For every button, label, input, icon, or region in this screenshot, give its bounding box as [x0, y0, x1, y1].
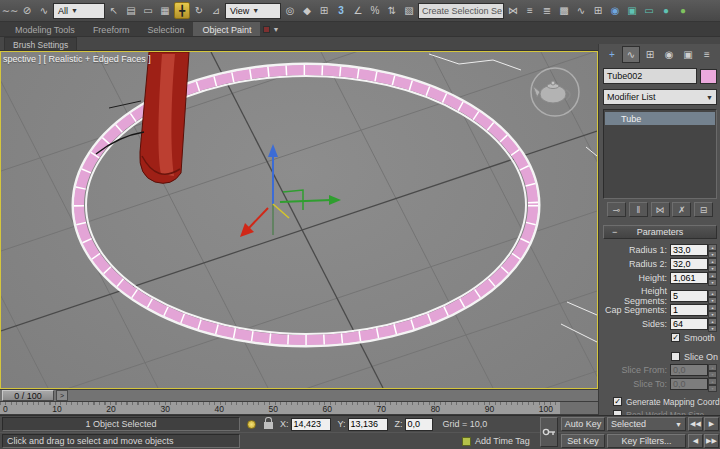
- select-and-rotate-icon[interactable]: ↻: [191, 2, 207, 19]
- utilities-tab-icon[interactable]: ≡: [698, 46, 716, 63]
- material-editor-icon[interactable]: ◉: [607, 2, 623, 19]
- height-field[interactable]: 1,061: [670, 272, 708, 284]
- create-tab-icon[interactable]: +: [603, 46, 621, 63]
- cap-segments-spinner[interactable]: ▴▾: [708, 304, 717, 316]
- cap-segments-field[interactable]: 1: [670, 304, 708, 316]
- select-and-manipulate-icon[interactable]: ◆: [299, 2, 315, 19]
- teapot-object[interactable]: [531, 68, 579, 116]
- render-production-icon[interactable]: ●: [658, 2, 674, 19]
- selection-status: 1 Object Selected: [2, 417, 240, 431]
- curve-editor-icon[interactable]: ∿: [573, 2, 589, 19]
- key-filters-button[interactable]: Key Filters...: [607, 434, 686, 448]
- parameters-rollout-header[interactable]: − Parameters: [603, 225, 717, 239]
- chevron-down-icon: ▼: [675, 421, 682, 428]
- show-end-result-icon[interactable]: ‖: [629, 202, 648, 217]
- sides-field[interactable]: 64: [670, 318, 708, 330]
- modify-tab-icon[interactable]: ∿: [622, 46, 640, 63]
- y-coordinate-field[interactable]: 13,136: [348, 418, 388, 431]
- slice-from-field: 0,0: [670, 364, 708, 376]
- add-time-tag[interactable]: Add Time Tag: [475, 436, 530, 446]
- snap-toggle-3d-icon[interactable]: 3: [333, 2, 349, 19]
- schematic-view-icon[interactable]: ⊞: [590, 2, 606, 19]
- object-name-field[interactable]: Tube002: [603, 68, 697, 84]
- select-object-icon[interactable]: ↖: [106, 2, 122, 19]
- rendered-frame-window-icon[interactable]: ▭: [641, 2, 657, 19]
- use-pivot-center-icon[interactable]: ◎: [282, 2, 298, 19]
- auto-key-button[interactable]: Auto Key: [561, 417, 605, 431]
- select-and-link-icon[interactable]: ∼∼: [2, 2, 18, 19]
- render-setup-icon[interactable]: ▣: [624, 2, 640, 19]
- hierarchy-tab-icon[interactable]: ⊞: [641, 46, 659, 63]
- time-slider-handle[interactable]: 0 / 100: [2, 390, 54, 401]
- rectangular-region-icon[interactable]: ▭: [140, 2, 156, 19]
- set-keys-button[interactable]: [540, 417, 558, 447]
- radius2-row: Radius 2: 32,0 ▴▾: [603, 257, 717, 271]
- tab-object-paint[interactable]: Object Paint: [193, 22, 260, 36]
- sides-spinner[interactable]: ▴▾: [708, 318, 717, 330]
- track-bar[interactable]: 010 2030 4050 6070 8090 100: [0, 402, 560, 415]
- height-segments-field[interactable]: 5: [670, 290, 708, 302]
- radius1-spinner[interactable]: ▴▾: [708, 244, 717, 256]
- x-coordinate-field[interactable]: 14,423: [291, 418, 331, 431]
- play-button[interactable]: ▶: [704, 417, 719, 431]
- select-and-move-icon[interactable]: ╋: [174, 2, 190, 19]
- tab-modeling-tools[interactable]: Modeling Tools: [6, 22, 84, 36]
- pin-stack-icon[interactable]: ⊸: [607, 202, 626, 217]
- viewport-label[interactable]: spective ] [ Realistic + Edged Faces ]: [3, 54, 151, 64]
- perspective-viewport[interactable]: spective ] [ Realistic + Edged Faces ]: [0, 51, 598, 389]
- select-by-name-icon[interactable]: ▤: [123, 2, 139, 19]
- window-crossing-icon[interactable]: ▦: [157, 2, 173, 19]
- ribbon-minimize-button[interactable]: ▼: [260, 22, 282, 36]
- display-tab-icon[interactable]: ▣: [679, 46, 697, 63]
- tube-ring-object[interactable]: [73, 64, 539, 346]
- reference-coordinate-dropdown[interactable]: View ▼: [225, 3, 281, 19]
- tab-selection[interactable]: Selection: [138, 22, 193, 36]
- isolate-selection-icon[interactable]: [247, 420, 256, 429]
- go-to-end-button[interactable]: ▶▶: [704, 434, 719, 448]
- z-coordinate-field[interactable]: 0,0: [405, 418, 433, 431]
- named-selection-set-input[interactable]: Create Selection Se: [418, 3, 504, 19]
- slice-on-checkbox[interactable]: [671, 352, 680, 361]
- layer-manager-icon[interactable]: ≣: [539, 2, 555, 19]
- edit-named-selections-icon[interactable]: ▧: [401, 2, 417, 19]
- time-slider-track[interactable]: 0 / 100 >: [0, 389, 598, 402]
- angle-snap-icon[interactable]: ∠: [350, 2, 366, 19]
- chevron-down-icon: ▼: [252, 7, 259, 14]
- select-and-scale-icon[interactable]: ⊿: [208, 2, 224, 19]
- radius2-spinner[interactable]: ▴▾: [708, 258, 717, 270]
- modifier-stack[interactable]: Tube: [603, 109, 717, 199]
- tab-brush-settings[interactable]: Brush Settings: [4, 37, 77, 50]
- next-frame-button[interactable]: >: [56, 390, 68, 401]
- tab-freeform[interactable]: Freeform: [84, 22, 139, 36]
- remove-modifier-icon[interactable]: ✗: [672, 202, 691, 217]
- make-unique-icon[interactable]: ⋈: [651, 202, 670, 217]
- previous-frame-button[interactable]: ◀: [688, 434, 703, 448]
- configure-modifier-sets-icon[interactable]: ⊟: [694, 202, 713, 217]
- percent-snap-icon[interactable]: %: [367, 2, 383, 19]
- red-tube-object[interactable]: [140, 52, 189, 183]
- selection-filter-dropdown[interactable]: All ▼: [53, 3, 105, 19]
- radius1-field[interactable]: 33,0: [670, 244, 708, 256]
- bind-to-spacewarp-icon[interactable]: ∿: [36, 2, 52, 19]
- motion-tab-icon[interactable]: ◉: [660, 46, 678, 63]
- stack-item-tube[interactable]: Tube: [605, 112, 715, 125]
- height-spinner[interactable]: ▴▾: [708, 272, 717, 284]
- unlink-selection-icon[interactable]: ⊘: [19, 2, 35, 19]
- object-color-swatch[interactable]: [700, 69, 717, 84]
- height-segments-spinner[interactable]: ▴▾: [708, 290, 717, 302]
- spinner-snap-icon[interactable]: ⇅: [384, 2, 400, 19]
- selection-lock-icon[interactable]: [264, 422, 273, 429]
- radius2-field[interactable]: 32,0: [670, 258, 708, 270]
- keyboard-override-icon[interactable]: ⊞: [316, 2, 332, 19]
- key-filter-selection-dropdown[interactable]: Selected ▼: [607, 417, 686, 431]
- transform-gizmo[interactable]: [240, 144, 341, 237]
- graphite-ribbon-icon[interactable]: ▩: [556, 2, 572, 19]
- align-icon[interactable]: ≡: [522, 2, 538, 19]
- smooth-checkbox[interactable]: ✓: [671, 333, 680, 342]
- mirror-icon[interactable]: ⋈: [505, 2, 521, 19]
- render-iterative-icon[interactable]: ●: [675, 2, 691, 19]
- modifier-list-dropdown[interactable]: Modifier List ▼: [603, 89, 717, 105]
- go-to-start-button[interactable]: ◀◀: [688, 417, 703, 431]
- generate-mapping-checkbox[interactable]: ✓: [613, 397, 622, 406]
- set-key-button[interactable]: Set Key: [561, 434, 605, 448]
